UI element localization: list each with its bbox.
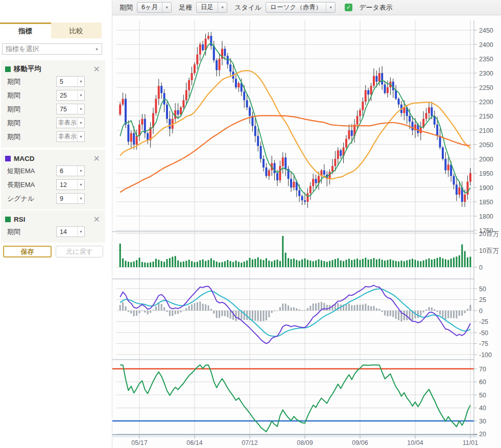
svg-text:10/04: 10/04 <box>407 439 423 446</box>
svg-text:2400: 2400 <box>479 41 493 49</box>
ma-period-select-1[interactable]: 5 ▼ <box>56 76 85 87</box>
svg-text:2350: 2350 <box>479 56 493 63</box>
style-value: ローソク（赤青） <box>266 3 326 12</box>
style-select[interactable]: ローソク（赤青） ▼ <box>266 2 336 13</box>
select-value: 5 <box>57 78 77 85</box>
svg-text:09/06: 09/06 <box>352 439 368 446</box>
ma-color-swatch <box>5 66 11 72</box>
tab-indicators-label: 指標 <box>18 27 32 36</box>
svg-text:1900: 1900 <box>479 184 493 192</box>
style-label: スタイル <box>234 3 261 12</box>
svg-text:60: 60 <box>479 379 486 386</box>
svg-text:2200: 2200 <box>479 99 493 106</box>
ma-period-row-2: 期間 25 ▼ <box>5 88 101 102</box>
row-label: 期間 <box>5 105 56 114</box>
check-icon: ✓ <box>346 4 351 11</box>
svg-text:2050: 2050 <box>479 142 493 149</box>
section-title-rsi: RSI <box>14 216 92 223</box>
svg-text:11/01: 11/01 <box>463 439 478 446</box>
svg-text:07/12: 07/12 <box>242 439 257 446</box>
section-rsi: RSI ✕ 期間 14 ▼ <box>1 210 105 243</box>
chevron-down-icon: ▼ <box>77 118 84 128</box>
svg-text:-50: -50 <box>479 329 488 337</box>
close-icon[interactable]: ✕ <box>92 64 101 74</box>
data-display-checkbox[interactable]: ✓ <box>345 4 352 11</box>
svg-text:2450: 2450 <box>479 27 493 34</box>
bartype-value: 日足 <box>197 3 218 12</box>
macd-long-select[interactable]: 12 ▼ <box>56 179 85 190</box>
ma-period-row-3: 期間 75 ▼ <box>5 102 101 116</box>
reset-button[interactable]: 元に戻す <box>56 246 103 257</box>
svg-text:2100: 2100 <box>479 127 493 134</box>
svg-text:20百万: 20百万 <box>479 230 499 238</box>
chevron-down-icon: ▼ <box>77 77 84 86</box>
row-label: 期間 <box>5 132 56 142</box>
ma-period-select-3[interactable]: 75 ▼ <box>56 104 85 114</box>
chevron-down-icon: ▼ <box>329 6 332 9</box>
chevron-down-icon: ▼ <box>77 90 84 100</box>
svg-text:0: 0 <box>479 308 483 315</box>
sidebar-tabs: 指標 比較 <box>0 22 102 38</box>
macd-short-row: 短期EMA 6 ▼ <box>5 164 101 178</box>
macd-long-row: 長期EMA 12 ▼ <box>5 178 101 192</box>
close-icon[interactable]: ✕ <box>92 154 101 163</box>
data-display-label: データ表示 <box>359 3 393 12</box>
svg-text:30: 30 <box>479 418 486 425</box>
ma-period-select-4[interactable]: 非表示 ▼ <box>56 117 85 128</box>
chevron-down-icon: ▼ <box>77 132 84 142</box>
select-value: 非表示 <box>57 119 77 127</box>
macd-signal-row: シグナル 9 ▼ <box>5 192 101 205</box>
tab-compare-label: 比較 <box>69 27 83 36</box>
tab-compare[interactable]: 比較 <box>51 22 102 38</box>
svg-text:-25: -25 <box>479 318 488 325</box>
macd-short-select[interactable]: 6 ▼ <box>56 166 85 176</box>
select-value: 25 <box>57 92 77 99</box>
select-value: 14 <box>57 228 77 235</box>
row-label: 期間 <box>5 77 56 86</box>
chevron-down-icon: ▼ <box>77 166 84 176</box>
svg-text:50: 50 <box>479 286 486 293</box>
ma-period-select-2[interactable]: 25 ▼ <box>56 90 85 101</box>
svg-text:2000: 2000 <box>479 156 493 163</box>
chart-canvas[interactable]: 2450240023502300225022002150210020502000… <box>112 15 501 448</box>
style-caret-box[interactable]: ▼ <box>326 3 335 12</box>
select-value: 9 <box>57 195 77 202</box>
row-label: シグナル <box>5 194 56 203</box>
section-title-ma: 移動平均 <box>14 64 92 74</box>
svg-text:1950: 1950 <box>479 170 493 177</box>
ma-period-row-5: 期間 非表示 ▼ <box>5 130 101 144</box>
save-button-label: 保存 <box>21 247 34 256</box>
indicator-sidebar: 指標 比較 指標を選択 ▼ 移動平均 ✕ 期間 5 ▼ 期間 25 ▼ 期間 <box>0 0 112 448</box>
row-label: 期間 <box>5 227 56 237</box>
reset-button-label: 元に戻す <box>66 247 93 256</box>
section-moving-average: 移動平均 ✕ 期間 5 ▼ 期間 25 ▼ 期間 75 ▼ 期間 <box>1 60 105 148</box>
bartype-caret-box[interactable]: ▼ <box>218 3 227 12</box>
chevron-down-icon: ▼ <box>77 104 84 114</box>
close-icon[interactable]: ✕ <box>92 215 101 224</box>
period-caret-box[interactable]: ▼ <box>162 3 171 12</box>
svg-text:08/09: 08/09 <box>297 439 313 446</box>
ma-period-row-1: 期間 5 ▼ <box>5 75 101 88</box>
chevron-down-icon: ▼ <box>221 6 224 9</box>
svg-text:2150: 2150 <box>479 113 493 120</box>
chevron-down-icon: ▼ <box>77 194 84 203</box>
ma-period-select-5[interactable]: 非表示 ▼ <box>56 131 85 142</box>
indicator-select[interactable]: 指標を選択 ▼ <box>2 43 102 55</box>
svg-text:06/14: 06/14 <box>186 439 202 446</box>
svg-text:70: 70 <box>479 366 486 373</box>
svg-text:-75: -75 <box>479 340 488 347</box>
row-label: 期間 <box>5 91 56 100</box>
stock-chart-app: { "toolbar": { "period_label": "期間", "pe… <box>0 0 501 448</box>
rsi-period-select[interactable]: 14 ▼ <box>56 226 85 237</box>
chevron-down-icon: ▼ <box>95 48 99 51</box>
section-title-macd: MACD <box>14 155 92 162</box>
select-value: 12 <box>57 181 77 188</box>
row-label: 長期EMA <box>5 180 56 190</box>
period-select[interactable]: 6ヶ月 ▼ <box>137 2 172 13</box>
save-button[interactable]: 保存 <box>3 246 52 257</box>
svg-text:10百万: 10百万 <box>479 247 499 254</box>
macd-signal-select[interactable]: 9 ▼ <box>56 193 85 204</box>
macd-color-swatch <box>5 156 11 161</box>
tab-indicators[interactable]: 指標 <box>0 22 51 38</box>
bartype-select[interactable]: 日足 ▼ <box>196 2 227 13</box>
